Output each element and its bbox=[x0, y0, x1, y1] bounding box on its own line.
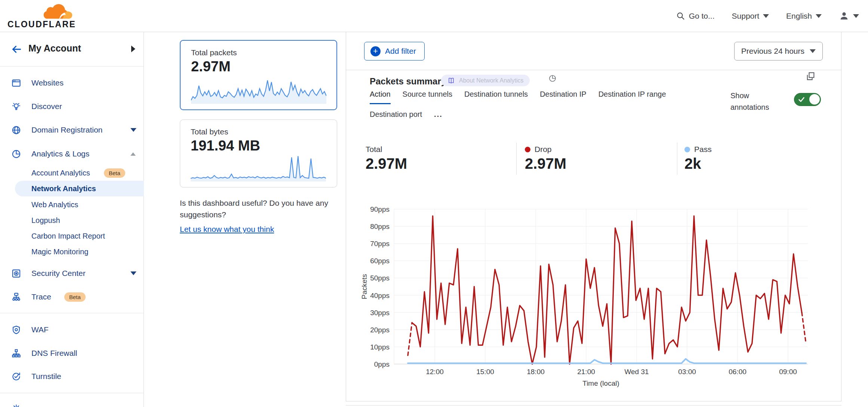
svg-text:40pps: 40pps bbox=[370, 292, 390, 299]
sidebar-item-turnstile[interactable]: Turnstile bbox=[0, 368, 144, 385]
sidebar-divider bbox=[0, 393, 144, 393]
sidebar-item-analytics-logs[interactable]: Analytics & Logs bbox=[0, 146, 144, 162]
sidebar-divider bbox=[0, 313, 144, 313]
top-nav: CLOUDFLARE Go to... Support English bbox=[0, 0, 868, 32]
book-icon bbox=[447, 77, 455, 85]
feedback-link[interactable]: Let us know what you think bbox=[180, 223, 274, 235]
svg-text:90pps: 90pps bbox=[370, 205, 390, 213]
svg-text:50pps: 50pps bbox=[370, 274, 390, 282]
sidebar-item-logpush[interactable]: Logpush bbox=[0, 212, 144, 228]
stats-divider bbox=[677, 143, 677, 175]
card-value: 191.94 MB bbox=[191, 138, 260, 154]
language-label: English bbox=[786, 12, 812, 21]
svg-text:Time (local): Time (local) bbox=[582, 379, 619, 387]
pie-chart-icon[interactable] bbox=[548, 74, 557, 83]
feedback-block: Is this dashboard useful? Do you have an… bbox=[180, 197, 344, 235]
next-card-top-border bbox=[346, 405, 841, 406]
tab-destination-tunnels[interactable]: Destination tunnels bbox=[464, 90, 528, 104]
total-packets-card[interactable]: Total packets 2.97M bbox=[180, 40, 337, 110]
popout-icon[interactable] bbox=[805, 71, 816, 81]
tab-destination-ip[interactable]: Destination IP bbox=[540, 90, 587, 104]
tab-source-tunnels[interactable]: Source tunnels bbox=[403, 90, 452, 104]
refresh-check-icon bbox=[11, 372, 21, 382]
packets-sparkline bbox=[191, 76, 326, 104]
svg-text:Packets: Packets bbox=[360, 274, 368, 299]
sidebar-item-domain-registration[interactable]: Domain Registration bbox=[0, 122, 144, 138]
tab-destination-ip-range[interactable]: Destination IP range bbox=[598, 90, 666, 104]
svg-text:15:00: 15:00 bbox=[476, 368, 494, 376]
account-name: My Account bbox=[28, 43, 81, 54]
sidebar-item-account-analytics[interactable]: Account Analytics Beta bbox=[0, 165, 144, 181]
about-network-analytics-badge[interactable]: About Network Analytics bbox=[441, 75, 530, 86]
back-arrow-icon[interactable] bbox=[10, 43, 22, 55]
chevron-down-icon bbox=[130, 128, 136, 132]
panel-title: Packets summary bbox=[370, 76, 446, 87]
plus-icon: + bbox=[370, 46, 381, 56]
svg-text:21:00: 21:00 bbox=[577, 368, 595, 376]
sidebar-item-dns-firewall[interactable]: DNS Firewall bbox=[0, 345, 144, 361]
user-menu[interactable] bbox=[839, 11, 859, 21]
dimension-tabs: Action Source tunnels Destination tunnel… bbox=[370, 90, 666, 104]
tab-action[interactable]: Action bbox=[370, 90, 391, 104]
feedback-line1: Is this dashboard useful? Do you have an… bbox=[180, 197, 344, 209]
hierarchy-icon bbox=[11, 348, 21, 358]
brand-text: CLOUDFLARE bbox=[7, 19, 76, 29]
tabs-more-button[interactable]: ... bbox=[434, 110, 443, 123]
sidebar: My Account Websites Discover Domain Regi… bbox=[0, 32, 144, 407]
sidebar-item-magic-monitoring[interactable]: Magic Monitoring bbox=[0, 244, 144, 260]
svg-text:30pps: 30pps bbox=[370, 309, 390, 317]
network-analytics-panel: + Add filter Previous 24 hours Packets s… bbox=[346, 32, 841, 401]
goto-search[interactable]: Go to... bbox=[676, 12, 715, 21]
add-filter-button[interactable]: + Add filter bbox=[364, 42, 425, 60]
svg-text:Wed 31: Wed 31 bbox=[624, 368, 649, 376]
cloudflare-logo[interactable]: CLOUDFLARE bbox=[7, 1, 71, 31]
packets-chart-svg: 0pps10pps20pps30pps40pps50pps60pps70pps8… bbox=[352, 200, 838, 389]
sidebar-item-partial-bottom[interactable] bbox=[0, 400, 144, 407]
beta-badge: Beta bbox=[64, 292, 86, 302]
tab-destination-port[interactable]: Destination port bbox=[370, 110, 422, 123]
language-menu[interactable]: English bbox=[786, 12, 822, 21]
shield-gear-icon bbox=[11, 325, 21, 335]
trace-icon bbox=[11, 292, 21, 302]
sidebar-item-discover[interactable]: Discover bbox=[0, 98, 144, 115]
chevron-right-icon[interactable] bbox=[131, 46, 135, 52]
sidebar-item-web-analytics[interactable]: Web Analytics bbox=[0, 197, 144, 212]
chevron-down-icon bbox=[763, 14, 769, 18]
sidebar-item-trace[interactable]: Trace Beta bbox=[0, 289, 144, 305]
show-annotations-toggle[interactable] bbox=[794, 93, 821, 106]
svg-text:12:00: 12:00 bbox=[426, 368, 444, 376]
svg-text:60pps: 60pps bbox=[370, 257, 390, 265]
stat-total-label: Total bbox=[366, 145, 382, 154]
sidebar-item-waf[interactable]: WAF bbox=[0, 321, 144, 338]
browser-window-icon bbox=[11, 78, 21, 88]
sidebar-item-network-analytics[interactable]: Network Analytics bbox=[15, 181, 144, 196]
svg-text:0pps: 0pps bbox=[374, 360, 390, 368]
sidebar-item-websites[interactable]: Websites bbox=[0, 75, 144, 91]
chevron-up-icon bbox=[130, 152, 136, 156]
beta-badge: Beta bbox=[104, 168, 125, 178]
svg-text:80pps: 80pps bbox=[370, 223, 390, 230]
starburst-icon bbox=[11, 403, 21, 407]
stat-drop-label: Drop bbox=[525, 145, 552, 154]
chevron-down-icon bbox=[816, 14, 822, 18]
svg-text:03:00: 03:00 bbox=[678, 368, 696, 376]
total-bytes-card[interactable]: Total bytes 191.94 MB bbox=[180, 119, 337, 187]
stats-divider bbox=[516, 143, 517, 175]
search-icon bbox=[676, 12, 685, 21]
time-range-dropdown[interactable]: Previous 24 hours bbox=[734, 42, 823, 60]
chevron-down-icon bbox=[130, 271, 136, 275]
card-label: Total bytes bbox=[191, 127, 228, 136]
chevron-down-icon bbox=[810, 49, 816, 53]
stat-pass-label: Pass bbox=[684, 145, 712, 154]
sidebar-account-header[interactable]: My Account bbox=[0, 32, 144, 66]
sidebar-item-carbon-impact-report[interactable]: Carbon Impact Report bbox=[0, 228, 144, 244]
show-annotations-label: Show annotations bbox=[730, 90, 769, 113]
sidebar-item-security-center[interactable]: Security Center bbox=[0, 265, 144, 282]
top-nav-right: Go to... Support English bbox=[676, 0, 859, 32]
svg-text:18:00: 18:00 bbox=[527, 368, 545, 376]
card-label: Total packets bbox=[191, 48, 237, 57]
support-menu[interactable]: Support bbox=[732, 12, 769, 21]
pass-legend-dot bbox=[684, 147, 690, 152]
svg-text:70pps: 70pps bbox=[370, 240, 390, 248]
check-icon bbox=[797, 96, 806, 103]
